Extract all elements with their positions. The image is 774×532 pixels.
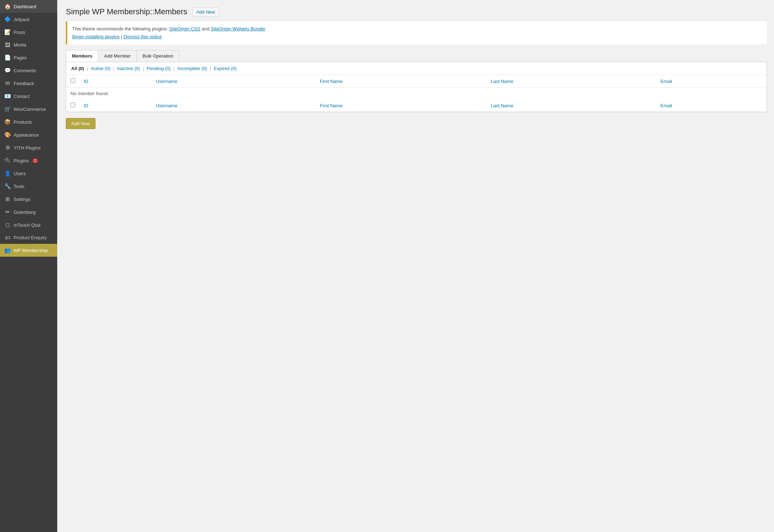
sidebar-label-media: Media — [14, 42, 26, 48]
woocommerce-icon: 🛒 — [4, 106, 11, 112]
page-title: Simple WP Membership::Members — [66, 7, 187, 16]
gutenberg-icon: ✏ — [4, 209, 11, 215]
posts-icon: 📝 — [4, 29, 11, 35]
jetpack-icon: 🔷 — [4, 16, 11, 23]
mtouch-quiz-icon: ◻ — [4, 222, 11, 228]
sidebar-item-gutenberg[interactable]: ✏Gutenberg — [0, 206, 57, 218]
sidebar-item-media[interactable]: 🖼Media — [0, 39, 57, 51]
notice-text-prefix: This theme recommends the following plug… — [72, 26, 169, 31]
media-icon: 🖼 — [4, 42, 11, 48]
sidebar-label-woocommerce: WooCommerce — [14, 107, 46, 112]
feedback-icon: ✉ — [4, 80, 11, 87]
col-footer-last-name[interactable]: Last Name — [486, 99, 656, 112]
notice-and: and — [200, 26, 211, 31]
contact-icon: 📧 — [4, 93, 11, 99]
page-header: Simple WP Membership::Members Add New — [66, 7, 767, 16]
siteorigin-widgets-link[interactable]: SiteOrigin Widgets Bundle — [211, 26, 265, 31]
sidebar-label-products: Products — [14, 119, 32, 125]
sep2: | — [113, 66, 116, 71]
sidebar-label-tools: Tools — [14, 184, 24, 189]
filter-all[interactable]: All (0) — [71, 66, 84, 71]
col-footer-id[interactable]: ID — [79, 99, 152, 112]
select-all-checkbox-footer[interactable] — [70, 103, 75, 107]
col-header-id[interactable]: ID — [79, 75, 152, 88]
filter-inactive[interactable]: Inactive (0) — [117, 66, 140, 71]
col-footer-username[interactable]: Username — [152, 99, 315, 112]
product-enquiry-icon: 🏷 — [4, 235, 11, 241]
plugin-notice: This theme recommends the following plug… — [66, 21, 767, 44]
sidebar-item-appearance[interactable]: 🎨Appearance — [0, 128, 57, 141]
sidebar-label-product-enquiry: Product Enquiry — [14, 235, 47, 240]
notice-separator: | — [121, 34, 123, 39]
sidebar-item-users[interactable]: 👤Users — [0, 167, 57, 180]
col-header-last-name[interactable]: Last Name — [486, 75, 656, 88]
products-icon: 📦 — [4, 119, 11, 125]
tab-add-member[interactable]: Add Member — [98, 50, 137, 62]
sidebar-item-tools[interactable]: 🔧Tools — [0, 180, 57, 193]
sidebar-item-products[interactable]: 📦Products — [0, 115, 57, 128]
sidebar-item-dashboard[interactable]: 🏠Dashboard — [0, 0, 57, 13]
filter-expired[interactable]: Expired (0) — [214, 66, 237, 71]
sidebar-item-plugins[interactable]: 🔌Plugins2 — [0, 154, 57, 167]
tab-bulk-operation[interactable]: Bulk Operation — [137, 50, 179, 62]
sidebar-item-jetpack[interactable]: 🔷Jetpack — [0, 13, 57, 26]
sep3: | — [143, 66, 145, 71]
sidebar-item-feedback[interactable]: ✉Feedback — [0, 77, 57, 90]
tools-icon: 🔧 — [4, 183, 11, 189]
sidebar-item-yith-plugins[interactable]: ⚙YITH Plugins — [0, 141, 57, 154]
dashboard-icon: 🏠 — [4, 3, 11, 10]
sidebar-item-settings[interactable]: ⊞Settings — [0, 193, 57, 206]
col-header-first-name[interactable]: First Name — [315, 75, 486, 88]
sidebar-label-settings: Settings — [14, 197, 30, 202]
sidebar-item-product-enquiry[interactable]: 🏷Product Enquiry — [0, 231, 57, 244]
sidebar-item-wp-membership[interactable]: 👥WP Membership — [0, 244, 57, 257]
sidebar-label-contact: Contact — [14, 94, 30, 99]
col-header-username[interactable]: Username — [152, 75, 315, 88]
siteorigin-css-link[interactable]: SiteOrigin CSS — [169, 26, 200, 31]
sep1: | — [87, 66, 89, 71]
appearance-icon: 🎨 — [4, 132, 11, 138]
col-header-email[interactable]: Email — [656, 75, 766, 88]
sidebar-item-pages[interactable]: 📄Pages — [0, 51, 57, 64]
select-all-checkbox[interactable] — [70, 78, 75, 83]
sidebar-label-jetpack: Jetpack — [14, 17, 30, 22]
sidebar-item-comments[interactable]: 💬Comments — [0, 64, 57, 77]
sidebar-item-contact[interactable]: 📧Contact — [0, 90, 57, 103]
bottom-add-new-wrapper: Add New — [66, 118, 767, 129]
sidebar-label-dashboard: Dashboard — [14, 4, 36, 9]
filter-bar: All (0) | Active (0) | Inactive (0) | Pe… — [66, 62, 766, 75]
sidebar-label-pages: Pages — [14, 55, 27, 60]
sidebar-label-plugins: Plugins — [14, 158, 29, 163]
tab-members[interactable]: Members — [66, 50, 98, 62]
sidebar-item-mtouch-quiz[interactable]: ◻mTouch Quiz — [0, 218, 57, 231]
dismiss-notice-link[interactable]: Dismiss this notice — [123, 34, 162, 39]
begin-installing-link[interactable]: Begin installing plugins — [72, 34, 119, 39]
filter-pending[interactable]: Pending (0) — [147, 66, 171, 71]
sidebar-item-woocommerce[interactable]: 🛒WooCommerce — [0, 103, 57, 115]
sidebar-item-posts[interactable]: 📝Posts — [0, 26, 57, 39]
filter-active[interactable]: Active (0) — [91, 66, 111, 71]
empty-message: No member found. — [66, 88, 766, 100]
yith-plugins-icon: ⚙ — [4, 144, 11, 151]
empty-message-row: No member found. — [66, 88, 766, 100]
add-new-header-button[interactable]: Add New — [192, 8, 219, 16]
filter-incomplete[interactable]: Incomplete (0) — [177, 66, 207, 71]
sidebar-label-comments: Comments — [14, 68, 36, 73]
sidebar-label-gutenberg: Gutenberg — [14, 210, 35, 215]
main-content: Simple WP Membership::Members Add New Th… — [57, 0, 774, 532]
sidebar-label-wp-membership: WP Membership — [14, 248, 48, 253]
settings-icon: ⊞ — [4, 196, 11, 202]
pages-icon: 📄 — [4, 54, 11, 61]
sep5: | — [210, 66, 212, 71]
sidebar-label-feedback: Feedback — [14, 81, 34, 86]
members-table: IDUsernameFirst NameLast NameEmail No me… — [66, 75, 766, 112]
badge-plugins: 2 — [33, 158, 38, 163]
notice-period: . — [265, 26, 266, 31]
col-footer-email[interactable]: Email — [656, 99, 766, 112]
sidebar: 🏠Dashboard🔷Jetpack📝Posts🖼Media📄Pages💬Com… — [0, 0, 57, 532]
add-new-bottom-button[interactable]: Add New — [66, 118, 95, 129]
col-footer-first-name[interactable]: First Name — [315, 99, 486, 112]
sidebar-label-users: Users — [14, 171, 26, 176]
sidebar-label-yith-plugins: YITH Plugins — [14, 145, 41, 151]
sep4: | — [173, 66, 176, 71]
